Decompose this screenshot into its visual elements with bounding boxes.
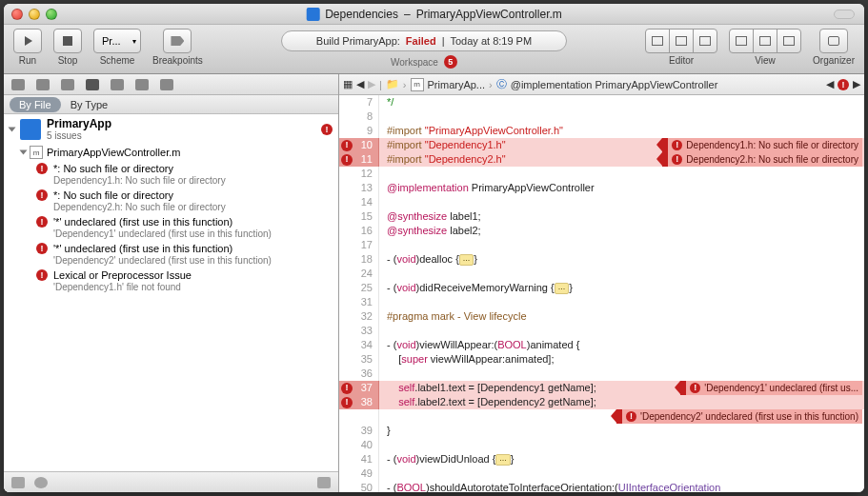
code-text[interactable]: */	[379, 95, 864, 109]
app-header-row[interactable]: PrimaryApp 5 issues !	[4, 114, 338, 144]
code-line[interactable]: 32#pragma mark - View lifecycle	[339, 309, 864, 324]
status-message[interactable]: Build PrimaryApp: Failed | Today at 8:19…	[281, 30, 567, 51]
issue-list[interactable]: PrimaryApp 5 issues ! m PrimaryAppViewCo…	[4, 114, 338, 471]
toolbar-toggle-icon[interactable]	[834, 10, 855, 19]
code-text[interactable]: - (void)viewDidUnload {···}	[379, 452, 864, 466]
code-line[interactable]: 25- (void)didReceiveMemoryWarning {···}	[339, 281, 864, 295]
code-line[interactable]: 14	[339, 195, 864, 209]
code-text[interactable]	[379, 466, 864, 481]
view-util-button[interactable]	[777, 29, 801, 53]
issue-item[interactable]: ! '*' undeclared (first use in this func…	[4, 241, 338, 268]
code-text[interactable]: #import "Dependency1.h"!Dependency1.h: N…	[379, 138, 864, 152]
tab-by-type[interactable]: By Type	[61, 97, 118, 112]
code-line[interactable]: 33	[339, 324, 864, 338]
issue-item[interactable]: ! Lexical or Preprocessor Issue 'Depende…	[4, 268, 338, 294]
tab-by-file[interactable]: By File	[10, 97, 61, 112]
editor-assistant-button[interactable]	[669, 29, 694, 53]
code-text[interactable]: }	[379, 424, 864, 438]
code-line[interactable]: 40	[339, 438, 864, 452]
code-text[interactable]: @implementation PrimaryAppViewController	[379, 181, 864, 195]
filter-recent-icon[interactable]	[11, 477, 25, 488]
code-line[interactable]: 39}	[339, 424, 864, 438]
filter-errors-icon[interactable]	[317, 477, 331, 488]
code-line[interactable]: 24	[339, 267, 864, 281]
organizer-button[interactable]	[819, 29, 848, 53]
code-text[interactable]	[379, 167, 864, 181]
code-text[interactable]: - (BOOL)shouldAutorotateToInterfaceOrien…	[379, 481, 864, 492]
code-text[interactable]	[379, 267, 864, 281]
disclosure-icon[interactable]	[20, 150, 28, 155]
view-debug-button[interactable]	[753, 29, 777, 53]
code-line[interactable]: !10#import "Dependency1.h"!Dependency1.h…	[339, 138, 864, 152]
code-line[interactable]: 8	[339, 109, 864, 124]
back-icon[interactable]: ◀	[356, 78, 364, 90]
next-issue-icon[interactable]: ▶	[853, 78, 860, 90]
code-text[interactable]: @synthesize label2;	[379, 224, 864, 238]
issue-nav-icon[interactable]	[86, 79, 99, 90]
disclosure-icon[interactable]	[9, 127, 16, 131]
prev-issue-icon[interactable]: ◀	[826, 78, 834, 90]
code-text[interactable]	[379, 367, 864, 381]
code-text[interactable]	[379, 195, 864, 209]
code-text[interactable]	[379, 109, 864, 124]
code-line[interactable]: 9#import "PrimaryAppViewController.h"	[339, 124, 864, 138]
zoom-icon[interactable]	[46, 9, 57, 20]
breakpoints-button[interactable]	[163, 29, 192, 53]
file-row[interactable]: m PrimaryAppViewController.m	[4, 144, 338, 161]
code-area[interactable]: 7*/89#import "PrimaryAppViewController.h…	[339, 95, 864, 492]
code-text[interactable]: @synthesize label1;	[379, 209, 864, 224]
inline-error[interactable]: !Dependency1.h: No such file or director…	[662, 138, 862, 152]
folder-icon[interactable]: 📁	[386, 78, 399, 90]
project-nav-icon[interactable]	[11, 79, 25, 90]
issue-item[interactable]: ! *: No such file or directory Dependenc…	[4, 161, 338, 188]
code-line[interactable]: 50- (BOOL)shouldAutorotateToInterfaceOri…	[339, 481, 864, 492]
code-line[interactable]: 17	[339, 238, 864, 252]
code-line[interactable]: 7*/	[339, 95, 864, 109]
code-line[interactable]: 35 [super viewWillAppear:animated];	[339, 352, 864, 367]
editor-version-button[interactable]	[693, 29, 717, 53]
code-line[interactable]: 41- (void)viewDidUnload {···}	[339, 452, 864, 466]
minimize-icon[interactable]	[29, 9, 40, 20]
code-text[interactable]: - (void)dealloc {···}	[379, 252, 864, 267]
code-text[interactable]: self.label1.text = [Dependency1 getName]…	[379, 381, 864, 395]
code-line[interactable]: !37 self.label1.text = [Dependency1 getN…	[339, 381, 864, 395]
code-line[interactable]: 36	[339, 367, 864, 381]
debug-nav-icon[interactable]	[111, 79, 124, 90]
code-line[interactable]: !38 self.label2.text = [Dependency2 getN…	[339, 395, 864, 409]
code-line[interactable]: 13@implementation PrimaryAppViewControll…	[339, 181, 864, 195]
code-line[interactable]: 16@synthesize label2;	[339, 224, 864, 238]
inline-error[interactable]: !'Dependency1' undeclared (first us...	[680, 381, 862, 395]
code-text[interactable]: - (void)didReceiveMemoryWarning {···}	[379, 281, 864, 295]
code-line[interactable]: 31	[339, 295, 864, 309]
code-text[interactable]: - (void)viewWillAppear:(BOOL)animated {	[379, 338, 864, 352]
search-nav-icon[interactable]	[61, 79, 74, 90]
code-text[interactable]: #pragma mark - View lifecycle	[379, 309, 864, 324]
code-line[interactable]: 18- (void)dealloc {···}	[339, 252, 864, 267]
run-button[interactable]	[13, 29, 42, 53]
jump-file[interactable]: PrimaryAp...	[428, 79, 486, 90]
code-line[interactable]: 34- (void)viewWillAppear:(BOOL)animated …	[339, 338, 864, 352]
close-icon[interactable]	[11, 9, 23, 20]
issue-item[interactable]: ! '*' undeclared (first use in this func…	[4, 214, 338, 241]
inline-error[interactable]: !Dependency2.h: No such file or director…	[662, 152, 862, 167]
issue-item[interactable]: ! *: No such file or directory Dependenc…	[4, 188, 338, 214]
stop-button[interactable]	[53, 29, 82, 53]
code-text[interactable]: [super viewWillAppear:animated];	[379, 352, 864, 367]
scheme-popup[interactable]: Pr... ▾	[93, 29, 141, 53]
code-text[interactable]	[379, 238, 864, 252]
editor-standard-button[interactable]	[645, 29, 670, 53]
code-text[interactable]: #import "PrimaryAppViewController.h"	[379, 124, 864, 138]
jump-bar[interactable]: ▦ ◀ ▶ | 📁 › m PrimaryAp... › Ⓒ @implemen…	[339, 74, 864, 95]
symbol-nav-icon[interactable]	[36, 79, 50, 90]
code-text[interactable]	[379, 438, 864, 452]
code-text[interactable]: self.label2.text = [Dependency2 getName]…	[379, 395, 864, 409]
code-text[interactable]	[379, 295, 864, 309]
breakpoint-nav-icon[interactable]	[135, 79, 149, 90]
forward-icon[interactable]: ▶	[368, 78, 375, 90]
code-text[interactable]: #import "Dependency2.h"!Dependency2.h: N…	[379, 152, 864, 167]
code-line[interactable]: 15@synthesize label1;	[339, 209, 864, 224]
related-items-icon[interactable]: ▦	[343, 78, 353, 90]
code-text[interactable]	[379, 324, 864, 338]
view-nav-button[interactable]	[729, 29, 754, 53]
code-line[interactable]: 49	[339, 466, 864, 481]
